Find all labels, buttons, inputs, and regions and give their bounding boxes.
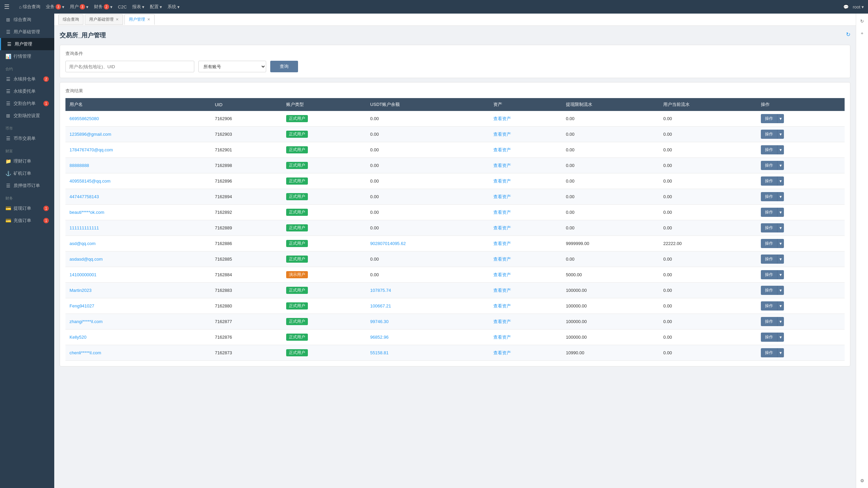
asset-link[interactable]: 查看资产 bbox=[493, 132, 511, 137]
asset-link[interactable]: 查看资产 bbox=[493, 241, 511, 246]
asset-link[interactable]: 查看资产 bbox=[493, 179, 511, 184]
sidebar-item-perpetual-position[interactable]: ☰ 永续持仓单 2 bbox=[0, 73, 54, 85]
sidebar-item-pledge-order[interactable]: ☰ 质押借币订单 bbox=[0, 180, 54, 192]
nav-item-reports[interactable]: 报表 ▾ bbox=[132, 4, 144, 10]
action-dropdown-button[interactable]: ▾ bbox=[777, 192, 784, 201]
action-dropdown-button[interactable]: ▾ bbox=[777, 130, 784, 139]
username-link[interactable]: 447447758143 bbox=[70, 194, 99, 199]
username-link[interactable]: Kelly520 bbox=[70, 335, 86, 340]
sidebar-item-overview[interactable]: ⊞ 综合查询 bbox=[0, 14, 54, 26]
action-dropdown-button[interactable]: ▾ bbox=[777, 317, 784, 326]
asset-link[interactable]: 查看资产 bbox=[493, 257, 511, 262]
asset-link[interactable]: 查看资产 bbox=[493, 116, 511, 121]
action-dropdown-button[interactable]: ▾ bbox=[777, 255, 784, 264]
nav-item-config[interactable]: 配置 ▾ bbox=[150, 4, 162, 10]
refresh-icon[interactable]: ↻ bbox=[846, 31, 850, 38]
action-button[interactable]: 操作 bbox=[761, 130, 777, 139]
hamburger-icon[interactable]: ☰ bbox=[4, 3, 9, 11]
username-link[interactable]: chenli*****il.com bbox=[70, 350, 101, 355]
action-dropdown-button[interactable]: ▾ bbox=[777, 301, 784, 311]
sidebar-item-finance-order[interactable]: 📁 理财订单 bbox=[0, 155, 54, 167]
sidebar-item-perpetual-order[interactable]: ☰ 永续委托单 bbox=[0, 85, 54, 97]
username-link[interactable]: asdasd@qq.com bbox=[70, 257, 103, 262]
asset-link[interactable]: 查看资产 bbox=[493, 272, 511, 277]
asset-link[interactable]: 查看资产 bbox=[493, 319, 511, 324]
action-button[interactable]: 操作 bbox=[761, 348, 777, 357]
action-dropdown-button[interactable]: ▾ bbox=[777, 208, 784, 217]
nav-item-overview[interactable]: ⌂ 综合查询 bbox=[19, 4, 40, 10]
asset-link[interactable]: 查看资产 bbox=[493, 303, 511, 308]
action-dropdown-button[interactable]: ▾ bbox=[777, 286, 784, 295]
username-link[interactable]: 1784767470@qq.com bbox=[70, 147, 113, 152]
action-button[interactable]: 操作 bbox=[761, 317, 777, 326]
sidebar-item-coin-trade[interactable]: ☰ 币市交易单 bbox=[0, 132, 54, 145]
asset-link[interactable]: 查看资产 bbox=[493, 335, 511, 340]
asset-link[interactable]: 查看资产 bbox=[493, 210, 511, 215]
tab-user-basic[interactable]: 用户基础管理 ✕ bbox=[85, 14, 123, 25]
tab-close-user-management[interactable]: ✕ bbox=[147, 17, 150, 22]
asset-link[interactable]: 查看资产 bbox=[493, 288, 511, 293]
sidebar-item-recharge[interactable]: 💳 充值订单 1 bbox=[0, 214, 54, 227]
add-panel-icon[interactable]: ＋ bbox=[857, 29, 867, 38]
nav-item-system[interactable]: 系统 ▾ bbox=[167, 4, 180, 10]
search-input[interactable] bbox=[65, 61, 194, 72]
username-link[interactable]: 409558145@qq.com bbox=[70, 179, 111, 184]
action-button[interactable]: 操作 bbox=[761, 239, 777, 248]
action-dropdown-button[interactable]: ▾ bbox=[777, 161, 784, 170]
action-dropdown-button[interactable]: ▾ bbox=[777, 176, 784, 186]
nav-item-finance[interactable]: 财务 2 ▾ bbox=[94, 4, 113, 10]
action-button[interactable]: 操作 bbox=[761, 192, 777, 201]
search-button[interactable]: 查询 bbox=[270, 61, 298, 72]
action-dropdown-button[interactable]: ▾ bbox=[777, 145, 784, 154]
action-button[interactable]: 操作 bbox=[761, 223, 777, 232]
chat-icon[interactable]: 💬 bbox=[843, 4, 849, 10]
username-link[interactable]: Feng941027 bbox=[70, 303, 94, 308]
action-dropdown-button[interactable]: ▾ bbox=[777, 239, 784, 248]
user-menu[interactable]: root ▾ bbox=[853, 4, 864, 10]
action-dropdown-button[interactable]: ▾ bbox=[777, 223, 784, 232]
username-link[interactable]: zhangi*****il.com bbox=[70, 319, 103, 324]
username-link[interactable]: 111111111111 bbox=[70, 225, 99, 230]
username-link[interactable]: 1235896@gmail.com bbox=[70, 132, 111, 137]
action-button[interactable]: 操作 bbox=[761, 333, 777, 342]
settings-panel-icon[interactable]: ⚙ bbox=[857, 476, 867, 485]
sidebar-item-delivery-order[interactable]: ☰ 交割合约单 1 bbox=[0, 97, 54, 110]
action-button[interactable]: 操作 bbox=[761, 161, 777, 170]
action-button[interactable]: 操作 bbox=[761, 301, 777, 311]
sidebar-item-delivery-settings[interactable]: ⊞ 交割场控设置 bbox=[0, 110, 54, 122]
asset-link[interactable]: 查看资产 bbox=[493, 225, 511, 230]
action-dropdown-button[interactable]: ▾ bbox=[777, 114, 784, 123]
tab-close-user-basic[interactable]: ✕ bbox=[116, 17, 119, 22]
action-dropdown-button[interactable]: ▾ bbox=[777, 333, 784, 342]
username-link[interactable]: Martin2023 bbox=[70, 288, 92, 293]
action-button[interactable]: 操作 bbox=[761, 255, 777, 264]
sidebar-item-user-basic[interactable]: ☰ 用户基础管理 bbox=[0, 26, 54, 38]
action-button[interactable]: 操作 bbox=[761, 114, 777, 123]
refresh-panel-icon[interactable]: ↻ bbox=[857, 16, 867, 26]
asset-link[interactable]: 查看资产 bbox=[493, 350, 511, 355]
asset-link[interactable]: 查看资产 bbox=[493, 163, 511, 168]
nav-item-users[interactable]: 用户 3 ▾ bbox=[70, 4, 88, 10]
account-type-select[interactable]: 所有账号 正式用户 演示用户 bbox=[198, 61, 266, 72]
tab-overview[interactable]: 综合查询 bbox=[58, 14, 83, 25]
sidebar-item-user-management[interactable]: ☰ 用户管理 bbox=[0, 38, 54, 50]
username-link[interactable]: beauti*****ok.com bbox=[70, 210, 104, 215]
sidebar-item-withdraw[interactable]: 💳 提现订单 1 bbox=[0, 202, 54, 214]
username-link[interactable]: 669558625080 bbox=[70, 116, 99, 121]
asset-link[interactable]: 查看资产 bbox=[493, 147, 511, 152]
nav-item-c2c[interactable]: C2C bbox=[118, 4, 127, 10]
action-dropdown-button[interactable]: ▾ bbox=[777, 348, 784, 357]
asset-link[interactable]: 查看资产 bbox=[493, 194, 511, 199]
action-dropdown-button[interactable]: ▾ bbox=[777, 270, 784, 279]
action-button[interactable]: 操作 bbox=[761, 208, 777, 217]
username-link[interactable]: 14100000001 bbox=[70, 272, 97, 277]
action-button[interactable]: 操作 bbox=[761, 270, 777, 279]
action-button[interactable]: 操作 bbox=[761, 286, 777, 295]
sidebar-item-market[interactable]: 📊 行情管理 bbox=[0, 50, 54, 62]
action-button[interactable]: 操作 bbox=[761, 145, 777, 154]
sidebar-item-miner-order[interactable]: ⚓ 矿机订单 bbox=[0, 167, 54, 180]
action-button[interactable]: 操作 bbox=[761, 176, 777, 186]
username-link[interactable]: asd@qq.com bbox=[70, 241, 96, 246]
tab-user-management[interactable]: 用户管理 ✕ bbox=[124, 14, 155, 25]
username-link[interactable]: 88888888 bbox=[70, 163, 89, 168]
